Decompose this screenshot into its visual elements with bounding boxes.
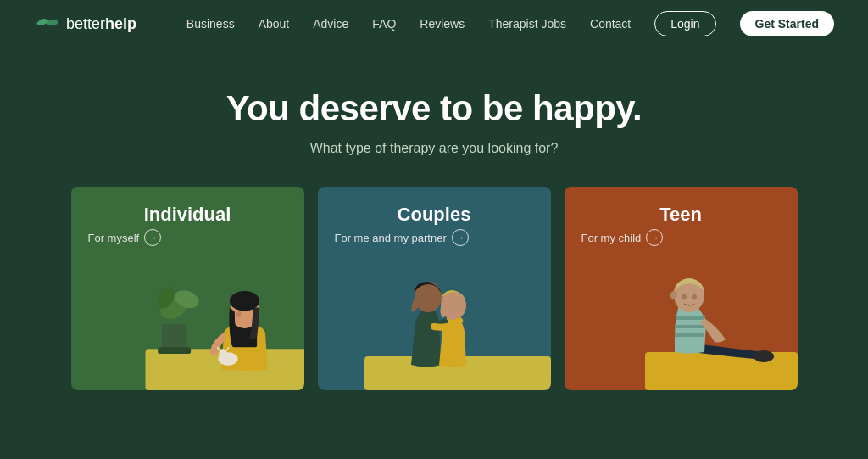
header: betterhelp Business About Advice FAQ Rev…	[0, 0, 868, 48]
card-teen-subtitle: For my child →	[581, 229, 781, 246]
hero-headline: You deserve to be happy.	[34, 88, 834, 129]
hero-section: You deserve to be happy. What type of th…	[0, 48, 868, 421]
card-individual-title: Individual	[88, 204, 287, 226]
nav-reviews[interactable]: Reviews	[420, 17, 465, 31]
logo[interactable]: betterhelp	[34, 15, 136, 33]
card-couples-title: Couples	[335, 204, 534, 226]
nav-therapist-jobs[interactable]: Therapist Jobs	[488, 17, 566, 31]
hero-subheadline: What type of therapy are you looking for…	[34, 141, 834, 156]
nav-advice[interactable]: Advice	[313, 17, 348, 31]
main-nav: Business About Advice FAQ Reviews Therap…	[186, 11, 834, 36]
card-teen-content: Teen For my child →	[565, 187, 798, 390]
card-couples-subtitle: For me and my partner →	[335, 229, 534, 246]
logo-icon	[34, 15, 61, 32]
arrow-icon: →	[144, 229, 161, 246]
get-started-button[interactable]: Get Started	[740, 11, 834, 36]
arrow-icon: →	[646, 229, 663, 246]
card-individual-subtitle: For myself →	[88, 229, 287, 246]
nav-contact[interactable]: Contact	[590, 17, 631, 31]
card-individual[interactable]: Individual For myself →	[71, 187, 304, 390]
login-button[interactable]: Login	[654, 11, 715, 36]
nav-about[interactable]: About	[259, 17, 290, 31]
card-couples-content: Couples For me and my partner →	[318, 187, 551, 390]
arrow-icon: →	[452, 229, 469, 246]
card-teen[interactable]: Teen For my child →	[565, 187, 798, 390]
therapy-cards: Individual For myself →	[34, 187, 834, 390]
logo-text: betterhelp	[66, 15, 136, 33]
nav-business[interactable]: Business	[186, 17, 235, 31]
nav-faq[interactable]: FAQ	[372, 17, 396, 31]
card-couples[interactable]: Couples For me and my partner →	[318, 187, 551, 390]
card-individual-content: Individual For myself →	[71, 187, 304, 390]
card-teen-title: Teen	[581, 204, 781, 226]
